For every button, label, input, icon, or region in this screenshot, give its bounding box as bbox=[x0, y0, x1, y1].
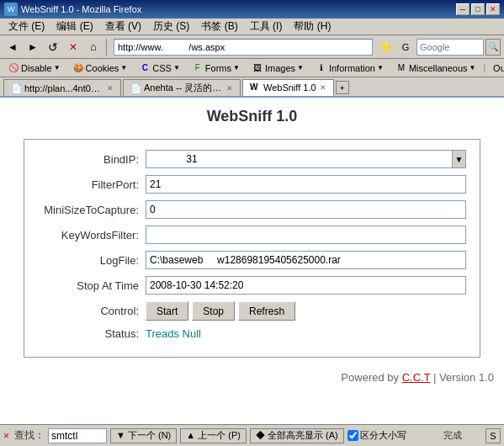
search-input[interactable] bbox=[416, 39, 484, 56]
css-icon: C bbox=[139, 62, 151, 74]
minimize-button[interactable]: ─ bbox=[456, 3, 470, 15]
bindip-label: BindIP: bbox=[38, 153, 139, 166]
forms-icon: F bbox=[192, 62, 204, 74]
config-box: BindIP: ▼ FilterPort: MiniSizeToCapture:… bbox=[24, 139, 480, 358]
app-icon: W bbox=[4, 3, 18, 16]
close-button[interactable]: ✕ bbox=[486, 3, 500, 15]
css-arrow: ▼ bbox=[173, 64, 180, 72]
find-close-button[interactable]: × bbox=[3, 430, 9, 442]
minisizetocapture-row: MiniSizeToCapture: bbox=[38, 200, 466, 219]
status-bar-text: 完成 bbox=[443, 429, 462, 442]
css-ext[interactable]: C CSS ▼ bbox=[135, 61, 184, 76]
bindip-input[interactable] bbox=[146, 151, 452, 167]
cookies-ext[interactable]: 🍪 Cookies ▼ bbox=[68, 61, 132, 76]
menu-view[interactable]: 查看 (V) bbox=[100, 19, 146, 35]
menu-file[interactable]: 文件 (E) bbox=[3, 19, 50, 35]
cookies-icon: 🍪 bbox=[72, 62, 84, 74]
toolbar-separator bbox=[106, 39, 107, 56]
refresh-button[interactable]: Refresh bbox=[238, 301, 295, 321]
filterport-label: FilterPort: bbox=[38, 178, 139, 191]
case-sensitive-label: 区分大小写 bbox=[347, 429, 406, 442]
window-controls[interactable]: ─ □ ✕ bbox=[456, 3, 500, 15]
powered-by: Powered by C.C.T | Version 1.0 bbox=[7, 371, 494, 384]
logfile-row: LogFile: bbox=[38, 251, 466, 269]
stopattime-label: Stop At Time bbox=[38, 279, 139, 292]
title-bar: W WebSniff 1.0 - Mozilla Firefox ─ □ ✕ bbox=[0, 0, 504, 19]
menu-edit[interactable]: 编辑 (E) bbox=[51, 19, 98, 35]
menu-bookmarks[interactable]: 书签 (B) bbox=[196, 19, 242, 35]
extensions-bar: 🚫 Disable ▼ 🍪 Cookies ▼ C CSS ▼ F Forms … bbox=[0, 59, 504, 77]
tab-favicon-1: 📄 bbox=[11, 83, 21, 93]
menu-tools[interactable]: 工具 (I) bbox=[245, 19, 288, 35]
images-icon: 🖼 bbox=[252, 62, 263, 74]
menu-history[interactable]: 历史 (S) bbox=[148, 19, 194, 35]
stop-button[interactable]: ✕ bbox=[64, 38, 82, 56]
stop-button[interactable]: Stop bbox=[192, 301, 235, 321]
misc-ext[interactable]: M Miscellaneous ▼ bbox=[391, 61, 480, 76]
bindip-row: BindIP: ▼ bbox=[38, 150, 466, 168]
search-button[interactable]: 🔍 bbox=[485, 39, 501, 56]
tabs-bar: 📄 http://plan...4nt0m.org/ ✕ 📄 Anehta --… bbox=[0, 77, 504, 98]
status-value: Treads Null bbox=[146, 327, 201, 340]
disable-icon: 🚫 bbox=[8, 62, 19, 74]
bindip-select-wrapper: ▼ bbox=[146, 150, 466, 168]
tab-close-1[interactable]: ✕ bbox=[107, 84, 114, 93]
find-prev-button[interactable]: ▲ 上一个 (P) bbox=[180, 428, 247, 443]
reload-button[interactable]: ↺ bbox=[44, 38, 62, 56]
bottom-bar: × 查找： ▼ 下一个 (N) ▲ 上一个 (P) ◆ 全部高亮显示 (A) 区… bbox=[0, 424, 504, 446]
filterport-input[interactable] bbox=[146, 175, 466, 194]
menu-bar: 文件 (E) 编辑 (E) 查看 (V) 历史 (S) 书签 (B) 工具 (I… bbox=[0, 19, 504, 35]
tab-favicon-3: W bbox=[250, 82, 260, 93]
outl-ext[interactable]: Outl bbox=[489, 61, 504, 75]
stopattime-input[interactable] bbox=[146, 276, 466, 295]
tab-plan4nt0m[interactable]: 📄 http://plan...4nt0m.org/ ✕ bbox=[3, 79, 121, 96]
find-next-button[interactable]: ▼ 下一个 (N) bbox=[110, 428, 177, 443]
status-row: Status: Treads Null bbox=[38, 327, 466, 340]
page-title: WebSniff 1.0 bbox=[7, 108, 497, 125]
tab-close-3[interactable]: ✕ bbox=[320, 83, 326, 92]
tab-close-2[interactable]: ✕ bbox=[226, 84, 233, 93]
control-buttons: Start Stop Refresh bbox=[146, 301, 295, 321]
keywordsfilter-input[interactable] bbox=[146, 226, 466, 244]
info-ext[interactable]: ℹ Information ▼ bbox=[311, 61, 388, 76]
ext-separator: | bbox=[484, 63, 486, 72]
search-box: G 🔍 bbox=[396, 38, 501, 56]
images-ext[interactable]: 🖼 Images ▼ bbox=[247, 61, 308, 76]
disable-ext[interactable]: 🚫 Disable ▼ bbox=[3, 61, 65, 76]
s-indicator[interactable]: S bbox=[485, 428, 501, 443]
start-button[interactable]: Start bbox=[146, 301, 188, 321]
address-bar: ⭐ bbox=[114, 38, 395, 56]
search-engine-icon: G bbox=[396, 38, 415, 56]
page-icon: ⭐ bbox=[376, 38, 395, 56]
toolbar: ◄ ► ↺ ✕ ⌂ ⭐ G 🔍 bbox=[0, 35, 504, 59]
version-text: | Version 1.0 bbox=[430, 371, 494, 384]
find-input[interactable] bbox=[48, 428, 107, 443]
misc-arrow: ▼ bbox=[470, 64, 476, 72]
cct-link[interactable]: C.C.T bbox=[402, 371, 431, 384]
minisizetocapture-input[interactable] bbox=[146, 200, 466, 219]
minisizetocapture-label: MiniSizeToCapture: bbox=[38, 204, 139, 216]
find-all-button[interactable]: ◆ 全部高亮显示 (A) bbox=[250, 428, 344, 443]
control-label: Control: bbox=[38, 305, 139, 317]
filterport-row: FilterPort: bbox=[38, 175, 466, 194]
maximize-button[interactable]: □ bbox=[471, 3, 485, 15]
window-title: WebSniff 1.0 - Mozilla Firefox bbox=[21, 4, 141, 14]
logfile-label: LogFile: bbox=[38, 254, 139, 267]
keywordsfilter-label: KeyWordsFilter: bbox=[38, 229, 139, 242]
forward-button[interactable]: ► bbox=[24, 38, 42, 56]
home-button[interactable]: ⌂ bbox=[84, 38, 103, 56]
new-tab-button[interactable]: + bbox=[336, 81, 349, 94]
logfile-input[interactable] bbox=[146, 251, 466, 269]
find-label: 查找： bbox=[14, 428, 45, 443]
misc-icon: M bbox=[395, 62, 407, 74]
forms-ext[interactable]: F Forms ▼ bbox=[188, 61, 244, 76]
tab-websniff[interactable]: W WebSniff 1.0 ✕ bbox=[242, 79, 334, 96]
bindip-arrow[interactable]: ▼ bbox=[452, 151, 465, 167]
url-input[interactable] bbox=[114, 39, 373, 56]
case-sensitive-checkbox[interactable] bbox=[347, 430, 358, 441]
tab-anehta[interactable]: 📄 Anehta -- 灵活的Cache... ✕ bbox=[123, 79, 241, 96]
status-label: Status: bbox=[38, 327, 139, 340]
info-icon: ℹ bbox=[316, 62, 327, 74]
menu-help[interactable]: 帮助 (H) bbox=[289, 19, 336, 35]
back-button[interactable]: ◄ bbox=[3, 38, 22, 56]
